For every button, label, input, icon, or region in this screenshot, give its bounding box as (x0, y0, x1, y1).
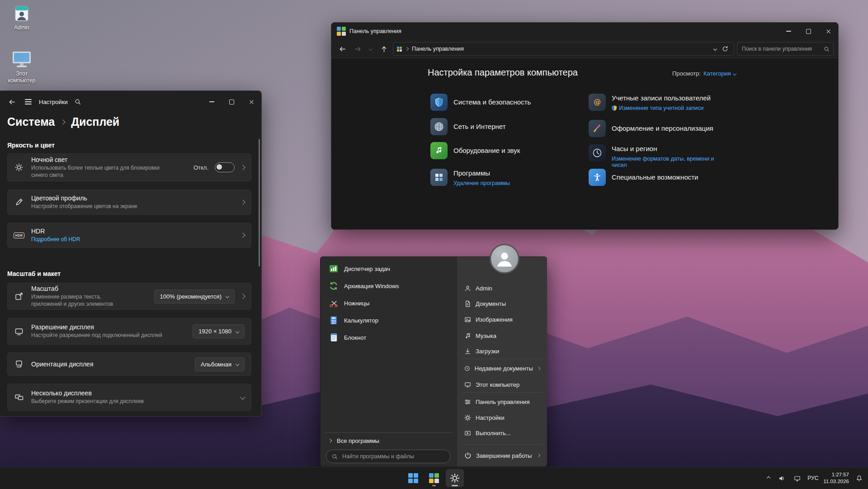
chevron-down-icon (236, 329, 239, 333)
maximize-button[interactable] (798, 23, 818, 40)
start-menu-item-recent-documents[interactable]: Недавние документы (460, 361, 544, 376)
orientation-dropdown[interactable]: Альбомная (195, 357, 245, 371)
start-menu-item-notepad[interactable]: Блокнот (324, 329, 453, 346)
start-menu-item-backup[interactable]: Архивация Windows (324, 277, 453, 294)
taskbar-control-panel-button[interactable] (425, 469, 443, 487)
category-link[interactable]: Специальные возможности (612, 173, 698, 182)
user-avatar[interactable] (490, 244, 519, 274)
category-link[interactable]: Сеть и Интернет (453, 123, 506, 131)
page-title: Настройка параметров компьютера (428, 67, 578, 78)
clock-icon[interactable] (589, 144, 606, 161)
category-sublink[interactable]: Изменение форматов даты, времени и чисел (612, 156, 729, 168)
chevron-right-icon (405, 47, 409, 51)
program-tiles-icon[interactable] (430, 169, 448, 186)
breadcrumb-system[interactable]: Система (7, 115, 55, 128)
network-icon[interactable] (792, 473, 802, 484)
hdr-learn-more-link[interactable]: Подробнее об HDR (31, 236, 236, 243)
user-accounts-icon[interactable]: @ (589, 94, 606, 111)
hdr-card[interactable]: HDR HDR Подробнее об HDR (7, 223, 251, 248)
start-menu-item-snipping-tool[interactable]: Ножницы (324, 294, 453, 312)
language-indicator[interactable]: РУС (807, 475, 818, 481)
start-menu-item-label: Архивация Windows (344, 283, 399, 290)
volume-icon[interactable] (777, 473, 787, 484)
start-menu-item-documents[interactable]: Документы (460, 296, 544, 311)
chevron-right-icon (240, 165, 245, 170)
hidden-icons-button[interactable] (765, 475, 772, 481)
taskbar-settings-button[interactable] (446, 469, 464, 487)
menu-icon[interactable] (20, 94, 36, 110)
category-link[interactable]: Учетные записи пользователей (612, 94, 711, 103)
start-menu-item-downloads[interactable]: Загрузки (460, 343, 544, 359)
close-button[interactable] (818, 23, 838, 40)
resolution-dropdown[interactable]: 1920 × 1080 (193, 324, 245, 338)
history-dropdown-icon[interactable] (367, 43, 375, 55)
category-link[interactable]: Оформление и персонализация (612, 124, 713, 133)
forward-icon[interactable] (351, 43, 364, 55)
start-button[interactable] (404, 469, 422, 487)
up-icon[interactable] (377, 43, 390, 55)
cp-category-user-accounts: @ Учетные записи пользователей Изменение… (589, 94, 729, 111)
back-icon[interactable] (4, 94, 20, 110)
desktop-icon-this-pc[interactable]: Этот компьютер (1, 51, 42, 84)
multiple-displays-icon (14, 393, 24, 402)
notifications-bell-icon[interactable] (854, 473, 864, 484)
category-link[interactable]: Оборудование и звук (453, 147, 520, 155)
orientation-card[interactable]: Ориентация дисплея Альбомная (7, 352, 251, 376)
address-bar[interactable]: Панель управления (393, 42, 734, 56)
start-menu-item-label: Этот компьютер (476, 381, 519, 388)
close-button[interactable] (241, 91, 261, 113)
address-text: Панель управления (412, 46, 464, 52)
minimize-button[interactable] (202, 91, 222, 113)
card-title: Цветовой профиль (31, 195, 236, 202)
music-note-icon[interactable] (430, 142, 448, 159)
night-light-toggle[interactable] (215, 162, 235, 172)
run-icon (464, 430, 471, 437)
start-menu-item-admin[interactable]: Admin (460, 280, 544, 296)
shield-icon[interactable] (430, 94, 448, 111)
category-link[interactable]: Система и безопасность (453, 98, 531, 107)
start-menu-search[interactable] (326, 450, 451, 463)
refresh-icon[interactable] (720, 44, 730, 54)
color-profile-card[interactable]: Цветовой профиль Настройте отображение ц… (7, 190, 251, 215)
start-menu-item-calculator[interactable]: Калькулятор (324, 312, 453, 329)
start-menu-item-music[interactable]: Музыка (460, 328, 544, 343)
category-link[interactable]: Часы и регион (612, 145, 729, 153)
start-search-input[interactable] (341, 453, 445, 460)
category-sublink[interactable]: Удаление программы (453, 180, 510, 186)
settings-scrollbar[interactable] (259, 139, 260, 266)
start-menu-item-this-pc[interactable]: Этот компьютер (460, 377, 544, 392)
view-by-value[interactable]: Категория (703, 70, 736, 77)
paintbrush-icon[interactable] (589, 120, 606, 137)
multiple-displays-card[interactable]: Несколько дисплеев Выберите режим презен… (7, 384, 251, 411)
scale-dropdown[interactable]: 100% (рекомендуется) (154, 290, 235, 304)
resolution-card[interactable]: Разрешение дисплея Настройте разрешение … (7, 318, 251, 345)
clock[interactable]: 1:27:57 11.03.2026 (823, 471, 849, 485)
chevron-down-icon[interactable] (713, 47, 717, 51)
monitor-icon (11, 51, 32, 69)
globe-icon[interactable] (430, 118, 448, 135)
breadcrumb: Система Дисплей (7, 115, 119, 128)
accessibility-person-icon[interactable] (589, 169, 606, 186)
shutdown-button[interactable]: Завершение работы (460, 447, 544, 464)
minimize-button[interactable] (778, 23, 798, 40)
search-icon[interactable] (70, 94, 86, 110)
start-menu-item-pictures[interactable]: Изображения (460, 312, 544, 327)
cp-category-hardware-sound: Оборудование и звук (430, 142, 571, 159)
desktop-icon-admin[interactable]: Admin (1, 5, 42, 31)
maximize-button[interactable] (222, 91, 241, 113)
category-link[interactable]: Программы (453, 169, 510, 178)
category-sublink[interactable]: Изменение типа учетной записи (612, 105, 711, 111)
search-input[interactable] (741, 45, 821, 52)
scale-card[interactable]: Масштаб Изменение размера текста, прилож… (7, 283, 251, 310)
control-panel-search[interactable] (737, 42, 834, 56)
all-programs-button[interactable]: Все программы (324, 434, 453, 447)
start-menu-item-label: Настройки (476, 414, 505, 421)
chevron-right-icon (240, 294, 245, 299)
start-menu-item-task-manager[interactable]: Диспетчер задач (324, 260, 453, 277)
start-menu-item-settings[interactable]: Настройки (460, 410, 544, 425)
night-light-card[interactable]: Ночной свет Использовать более теплые цв… (7, 153, 251, 181)
back-icon[interactable] (336, 43, 349, 55)
start-menu-item-run[interactable]: Выполнить... (460, 425, 544, 441)
start-menu-item-control-panel[interactable]: Панель управления (460, 394, 544, 409)
start-menu-item-label: Загрузки (476, 348, 499, 355)
